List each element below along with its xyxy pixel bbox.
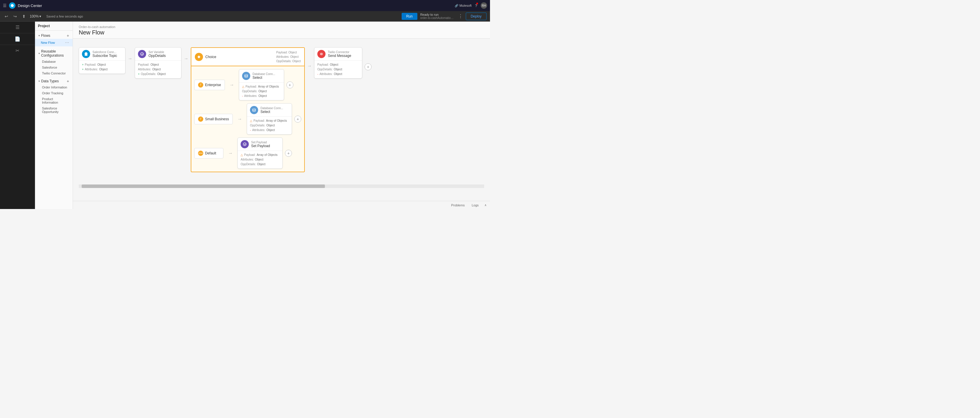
flows-label: Flows <box>41 34 50 38</box>
more-options-button[interactable]: ⋮ <box>458 13 463 19</box>
node-name-label: Send Message <box>328 54 359 58</box>
node-type-label: Set Payload <box>251 141 279 144</box>
small-business-arrow: → <box>237 116 242 122</box>
user-avatar[interactable]: RH <box>480 2 487 9</box>
salesforce-subscribe-card[interactable]: Salesforce Conn... Subscribe Topic +Payl… <box>79 47 126 74</box>
node-body: △Payload:Array of Objects Attributes:Obj… <box>238 151 282 168</box>
default-label-card[interactable]: else Default <box>194 148 223 158</box>
app-title: Design Center <box>18 3 42 8</box>
svg-point-5 <box>321 53 321 54</box>
reusable-section[interactable]: ▾ Reusable Configurations <box>35 46 73 59</box>
choice-name-label: Choice <box>205 55 274 59</box>
deploy-button[interactable]: Deploy <box>466 13 487 20</box>
data-type-order-info[interactable]: Order Information <box>35 85 73 90</box>
project-label: Project <box>35 22 73 31</box>
twilio-card[interactable]: Twilio Connector Send Message Payload:Ob… <box>314 47 362 78</box>
enterprise-icon: f <box>198 82 203 88</box>
choice-lanes: f Enterprise → Database C <box>191 66 304 172</box>
sidebar-icon-menu[interactable]: ☰ <box>0 22 35 33</box>
add-data-type-button[interactable]: + <box>67 79 69 83</box>
undo-button[interactable]: ↩ <box>3 13 10 19</box>
default-else-icon: else <box>198 151 203 156</box>
new-flow-item[interactable]: New Flow ⋯ <box>35 39 73 46</box>
default-label: Default <box>205 151 216 155</box>
choice-header: Choice Payload: Object Attributes: Objec… <box>191 48 304 66</box>
node-body: Payload:Object OppDetails:Object -Attrib… <box>314 61 362 78</box>
run-button[interactable]: Run <box>402 13 417 20</box>
twilio-icon <box>317 50 326 58</box>
data-type-order-tracking[interactable]: Order Tracking <box>35 90 73 96</box>
set-variable-card[interactable]: Set Variable OppDetails Payload:Object A… <box>135 47 181 78</box>
scrollbar-thumb <box>82 185 325 188</box>
svg-point-2 <box>253 108 256 110</box>
reusable-twilio[interactable]: Twilio Connector <box>35 70 73 76</box>
node-body: △Payload:Array of Objects OppDetails:Obj… <box>247 117 292 134</box>
node-body: △Payload:Array of Objects OppDetails:Obj… <box>239 83 284 100</box>
small-business-db-icon <box>250 106 258 114</box>
enterprise-arrow: → <box>229 82 234 88</box>
arrow-4: + <box>364 47 372 70</box>
end-add-button[interactable]: + <box>364 63 372 70</box>
save-button[interactable]: ⬆ <box>21 13 27 19</box>
data-types-section[interactable]: ▾ Data Types + <box>35 76 73 85</box>
problems-tab[interactable]: Problems <box>450 203 466 207</box>
set-payload-card[interactable]: Set Payload Set Payload △Payload:Array o… <box>237 137 283 169</box>
run-status-title: Ready to run <box>420 13 455 16</box>
enterprise-add-button[interactable]: + <box>286 81 293 88</box>
zoom-level: 100% <box>30 14 39 18</box>
add-flow-button[interactable]: + <box>67 34 69 38</box>
run-status-sub: order-to-cashAutomation-zva... <box>420 16 455 19</box>
help-button[interactable]: ? <box>475 3 477 8</box>
reusable-database[interactable]: Database <box>35 59 73 64</box>
small-business-icon: f <box>198 116 203 122</box>
small-business-add-button[interactable]: + <box>294 116 301 123</box>
choice-props: Payload: Object Attributes: Object OppDe… <box>276 50 301 63</box>
node-name-label: Subscribe Topic <box>92 54 122 58</box>
sidebar-icon-scissors[interactable]: ✂ <box>0 45 35 56</box>
enterprise-db-card[interactable]: Database Conn... Select △Payload:Array o… <box>239 69 284 101</box>
svg-point-1 <box>245 75 248 76</box>
flows-section[interactable]: ▾ Flows + <box>35 31 73 39</box>
node-body: +Payload:Object +Attributes:Object <box>79 61 125 73</box>
node-name-label: OppDetails <box>148 54 178 58</box>
default-add-button[interactable]: + <box>285 150 292 157</box>
data-type-salesforce-opp[interactable]: Salesforce Opportunity <box>35 105 73 115</box>
toolbar: ↩ ↪ ⬆ 100% ▾ Saved a few seconds ago Run… <box>0 11 490 22</box>
small-business-label-card[interactable]: f Small Business <box>194 114 233 124</box>
main-layout: ☰ 📄 ✂ Project ▾ Flows + New Flow ⋯ ▾ Reu… <box>0 22 490 209</box>
canvas-area: Order-to-cash automation New Flow Salesf… <box>73 22 490 209</box>
menu-icon[interactable]: ☰ <box>3 3 7 8</box>
small-business-lane: f Small Business → Databa <box>194 103 301 134</box>
choice-container: Choice Payload: Object Attributes: Objec… <box>191 47 305 172</box>
horizontal-scrollbar[interactable] <box>79 185 484 188</box>
canvas-header: Order-to-cash automation New Flow <box>73 22 490 38</box>
flow-options-icon[interactable]: ⋯ <box>65 40 69 45</box>
zoom-control[interactable]: 100% ▾ <box>30 14 41 18</box>
arrow-3: → <box>307 47 312 69</box>
node-name-label: Select <box>253 76 281 80</box>
svg-point-6 <box>322 53 322 54</box>
default-arrow: → <box>228 151 233 156</box>
bottom-chevron-icon[interactable]: ∧ <box>484 203 487 207</box>
small-business-db-card[interactable]: Database Conn... Select △Payload:Array o… <box>247 103 292 134</box>
reusable-salesforce[interactable]: Salesforce <box>35 64 73 70</box>
logs-tab[interactable]: Logs <box>471 203 480 207</box>
sidebar-icon-doc[interactable]: 📄 <box>0 33 35 45</box>
flows-chevron-icon: ▾ <box>38 34 40 37</box>
enterprise-label-card[interactable]: f Enterprise <box>194 80 225 90</box>
data-types-label: Data Types <box>41 79 59 83</box>
arrow-1: → <box>128 47 132 61</box>
mulesoft-label: 🔗 Mulesoft <box>455 4 472 7</box>
set-variable-node: Set Variable OppDetails Payload:Object A… <box>135 47 181 78</box>
redo-button[interactable]: ↪ <box>12 13 18 19</box>
node-type-label: Salesforce Conn... <box>92 51 122 54</box>
flow-canvas: Salesforce Conn... Subscribe Topic +Payl… <box>73 38 490 185</box>
choice-group: Choice Payload: Object Attributes: Objec… <box>191 47 374 172</box>
breadcrumb: Order-to-cash automation <box>79 25 484 29</box>
reusable-label: Reusable Configurations <box>41 49 69 57</box>
salesforce-icon <box>82 50 90 58</box>
data-type-product-info[interactable]: Product Information <box>35 96 73 105</box>
navbar: ☰ Design Center 🔗 Mulesoft ? RH <box>0 0 490 11</box>
left-panel: Project ▾ Flows + New Flow ⋯ ▾ Reusable … <box>35 22 73 209</box>
data-types-chevron-icon: ▾ <box>38 80 40 83</box>
